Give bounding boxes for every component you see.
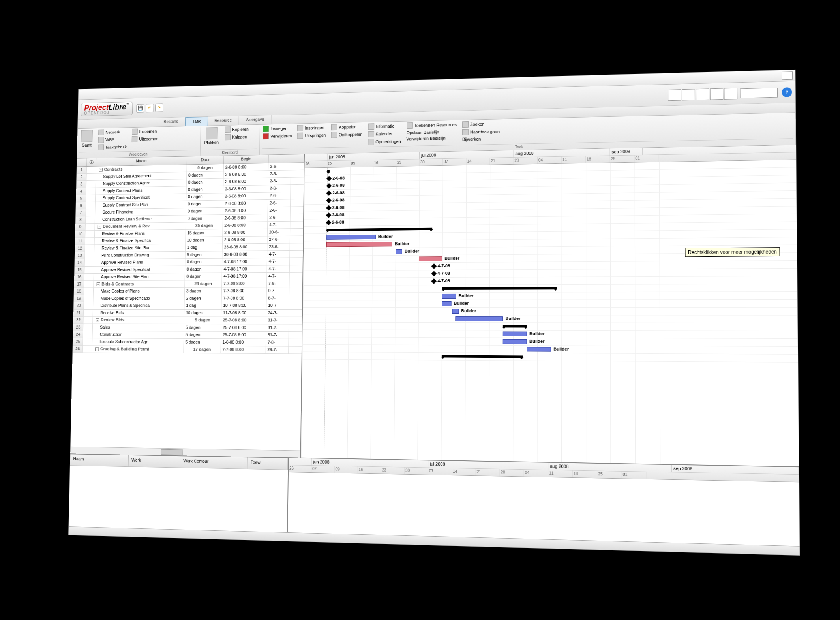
- search-button[interactable]: Zoeken: [461, 120, 501, 128]
- row-duration-cell[interactable]: 17 dagen: [184, 346, 221, 353]
- table-row[interactable]: 22−Review Bids5 dagen25-7-08 8:0031-7-: [73, 317, 302, 324]
- row-begin-cell[interactable]: 2-6-08 8:00: [223, 178, 268, 186]
- row-duration-cell[interactable]: 10 dagen: [184, 310, 221, 317]
- row-begin-cell[interactable]: 1-8-08 8:00: [221, 339, 266, 346]
- col-begin[interactable]: Begin: [224, 155, 269, 164]
- scroll-thumb[interactable]: [161, 449, 183, 455]
- milestone-diamond[interactable]: [431, 271, 437, 276]
- row-number[interactable]: 12: [75, 245, 85, 252]
- outdent-button[interactable]: Uitspringen: [296, 132, 326, 139]
- gantt-row[interactable]: Builder: [303, 292, 797, 300]
- row-name-cell[interactable]: Distribute Plans & Specifica: [93, 302, 185, 309]
- row-name-cell[interactable]: −Grading & Building Permi: [92, 346, 184, 353]
- milestone-diamond[interactable]: [431, 278, 437, 284]
- row-end-cell[interactable]: 2-6-: [268, 178, 291, 185]
- bcol-werk-contour[interactable]: Werk Contour: [180, 456, 248, 469]
- milestone-diamond[interactable]: [326, 205, 332, 210]
- row-number[interactable]: 19: [74, 295, 84, 302]
- row-number[interactable]: 10: [75, 231, 86, 237]
- row-number[interactable]: 25: [73, 338, 83, 345]
- row-number[interactable]: 1: [77, 167, 87, 173]
- row-duration-cell[interactable]: 0 dagen: [187, 164, 224, 172]
- row-end-cell[interactable]: 2-6-: [268, 207, 291, 214]
- col-end[interactable]: [268, 154, 291, 163]
- usage-view-icon[interactable]: [696, 88, 709, 100]
- milestone-diamond[interactable]: [326, 190, 332, 196]
- gantt-row[interactable]: Builder: [303, 300, 797, 308]
- row-info-cell[interactable]: [86, 181, 96, 188]
- row-duration-cell[interactable]: 0 dagen: [185, 266, 222, 273]
- row-info-cell[interactable]: [85, 238, 95, 244]
- row-end-cell[interactable]: 4-7-: [268, 222, 290, 229]
- row-begin-cell[interactable]: 2-6-08 8:00: [224, 163, 268, 171]
- delete-button[interactable]: Verwijderen: [262, 132, 293, 140]
- row-end-cell[interactable]: 23-6-: [267, 243, 290, 250]
- row-info-cell[interactable]: [86, 216, 95, 223]
- row-info-cell[interactable]: [86, 174, 96, 180]
- task-bar[interactable]: [456, 316, 503, 321]
- row-number[interactable]: 15: [75, 267, 85, 273]
- search-box[interactable]: [740, 88, 778, 98]
- table-row[interactable]: 17−Bids & Contracts24 dagen7-7-08 8:007-…: [74, 280, 302, 288]
- row-number[interactable]: 26: [73, 346, 83, 352]
- gantt-body[interactable]: 2-6-082-6-082-6-082-6-082-6-082-6-082-6-…: [301, 160, 799, 466]
- row-begin-cell[interactable]: 2-6-08 8:00: [223, 207, 268, 214]
- row-end-cell[interactable]: 4-7-: [267, 251, 290, 258]
- zoom-in-button[interactable]: Inzoomen: [131, 128, 159, 135]
- row-begin-cell[interactable]: 30-6-08 8:00: [222, 251, 267, 258]
- row-duration-cell[interactable]: 15 dagen: [186, 229, 223, 237]
- expand-icon[interactable]: −: [98, 225, 101, 229]
- row-begin-cell[interactable]: 7-7-08 8:00: [222, 295, 267, 302]
- summary-bar[interactable]: [503, 325, 527, 327]
- row-number[interactable]: 16: [74, 274, 84, 280]
- summary-bar[interactable]: [442, 287, 557, 290]
- row-duration-cell[interactable]: 5 dagen: [184, 324, 221, 331]
- tab-taak[interactable]: Taak: [185, 117, 208, 126]
- row-duration-cell[interactable]: 2 dagen: [185, 295, 222, 302]
- bcol-toewi[interactable]: Toewi: [248, 457, 288, 470]
- row-duration-cell[interactable]: 25 dagen: [186, 222, 223, 229]
- notes-button[interactable]: Opmerkingen: [367, 138, 402, 145]
- row-info-cell[interactable]: [83, 317, 93, 323]
- row-info-cell[interactable]: [85, 231, 95, 237]
- row-begin-cell[interactable]: 2-6-08 8:00: [223, 185, 268, 193]
- task-bar[interactable]: [527, 347, 551, 351]
- cut-button[interactable]: Knippen: [224, 133, 249, 141]
- paste-button[interactable]: Plakken: [203, 126, 221, 146]
- milestone-diamond[interactable]: [326, 212, 332, 218]
- row-begin-cell[interactable]: 25-7-08 8:00: [221, 332, 266, 339]
- row-begin-cell[interactable]: 2-6-08 8:00: [223, 214, 268, 222]
- row-number[interactable]: 3: [77, 181, 87, 188]
- row-name-cell[interactable]: −Review Bids: [93, 317, 184, 324]
- row-info-cell[interactable]: [84, 274, 94, 280]
- row-end-cell[interactable]: 10-7-: [266, 302, 289, 309]
- table-row[interactable]: 16Approve Revised Site Plan0 dagen4-7-08…: [74, 273, 302, 281]
- row-info-cell[interactable]: [83, 331, 93, 338]
- row-end-cell[interactable]: 2-6-: [268, 214, 290, 221]
- col-info[interactable]: ⓘ: [87, 158, 96, 166]
- row-duration-cell[interactable]: 5 dagen: [184, 339, 221, 346]
- row-info-cell[interactable]: [83, 324, 93, 331]
- col-rownum[interactable]: [77, 158, 87, 166]
- gantt-row[interactable]: Builder: [303, 315, 798, 323]
- link-button[interactable]: Koppelen: [330, 123, 364, 131]
- row-number[interactable]: 23: [73, 324, 83, 331]
- row-end-cell[interactable]: 2-6-: [268, 192, 291, 199]
- row-duration-cell[interactable]: 5 dagen: [184, 331, 221, 338]
- row-info-cell[interactable]: [83, 338, 92, 345]
- row-duration-cell[interactable]: 5 dagen: [184, 317, 221, 324]
- row-duration-cell[interactable]: 1 dag: [186, 244, 223, 251]
- task-bar[interactable]: [419, 256, 442, 261]
- row-name-cell[interactable]: Review & Finalize Plans: [95, 230, 186, 237]
- row-name-cell[interactable]: Review & Finalize Site Plan: [94, 244, 186, 252]
- task-bar[interactable]: [326, 242, 392, 247]
- save-icon[interactable]: 💾: [136, 104, 144, 112]
- row-duration-cell[interactable]: 0 dagen: [186, 186, 223, 194]
- milestone-diamond[interactable]: [326, 176, 332, 181]
- row-name-cell[interactable]: Construction: [92, 331, 184, 338]
- row-name-cell[interactable]: Supply Contract Specificati: [96, 194, 187, 201]
- task-bar[interactable]: [442, 294, 456, 299]
- chart-view-icon[interactable]: [668, 89, 681, 101]
- row-end-cell[interactable]: 24-7-: [266, 310, 289, 317]
- row-duration-cell[interactable]: 5 dagen: [186, 251, 223, 258]
